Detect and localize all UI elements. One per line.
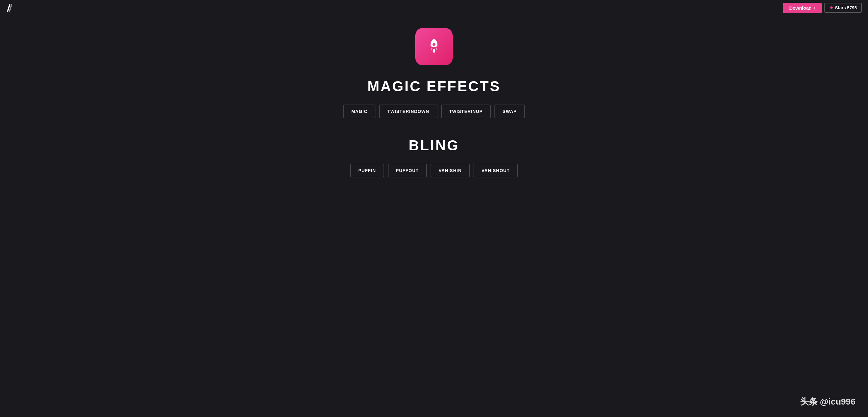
logo-icon xyxy=(6,3,16,12)
stars-label: Stars 5795 xyxy=(835,5,857,10)
effect-btn-magic-effects-1[interactable]: TWISTERINDOWN xyxy=(379,105,437,118)
rocket-icon xyxy=(425,37,443,56)
app-icon-container xyxy=(415,28,453,65)
buttons-row-magic-effects: MAGICTWISTERINDOWNTWISTERINUPSWAP xyxy=(343,105,525,118)
stars-button[interactable]: ★ Stars 5795 xyxy=(825,3,862,13)
download-label: Download xyxy=(789,5,812,10)
top-bar: Download ↓ ★ Stars 5795 xyxy=(0,0,868,15)
effect-btn-bling-1[interactable]: PUFFOUT xyxy=(388,164,427,177)
logo-area xyxy=(6,3,16,12)
effect-btn-magic-effects-0[interactable]: MAGIC xyxy=(343,105,376,118)
effect-btn-bling-0[interactable]: PUFFIN xyxy=(350,164,384,177)
section-title-magic-effects: MAGIC EFFECTS xyxy=(367,78,501,95)
effect-btn-magic-effects-3[interactable]: SWAP xyxy=(494,105,525,118)
svg-point-0 xyxy=(432,43,435,46)
effect-btn-bling-2[interactable]: VANISHIN xyxy=(431,164,470,177)
download-button[interactable]: Download ↓ xyxy=(783,3,822,13)
download-arrow-icon: ↓ xyxy=(813,5,816,10)
top-right-buttons: Download ↓ ★ Stars 5795 xyxy=(783,3,862,13)
effect-btn-bling-3[interactable]: VANISHOUT xyxy=(473,164,518,177)
buttons-row-bling: PUFFINPUFFOUTVANISHINVANISHOUT xyxy=(350,164,518,177)
section-title-bling: BLING xyxy=(408,137,459,154)
watermark: 头条 @icu996 xyxy=(800,396,856,408)
section-bling: BLINGPUFFINPUFFOUTVANISHINVANISHOUT xyxy=(343,137,525,177)
main-content: MAGIC EFFECTSMAGICTWISTERINDOWNTWISTERIN… xyxy=(0,0,868,196)
star-icon: ★ xyxy=(829,5,833,10)
effect-btn-magic-effects-2[interactable]: TWISTERINUP xyxy=(441,105,491,118)
sections-container: MAGIC EFFECTSMAGICTWISTERINDOWNTWISTERIN… xyxy=(343,78,525,196)
app-icon xyxy=(415,28,453,65)
section-magic-effects: MAGIC EFFECTSMAGICTWISTERINDOWNTWISTERIN… xyxy=(343,78,525,118)
